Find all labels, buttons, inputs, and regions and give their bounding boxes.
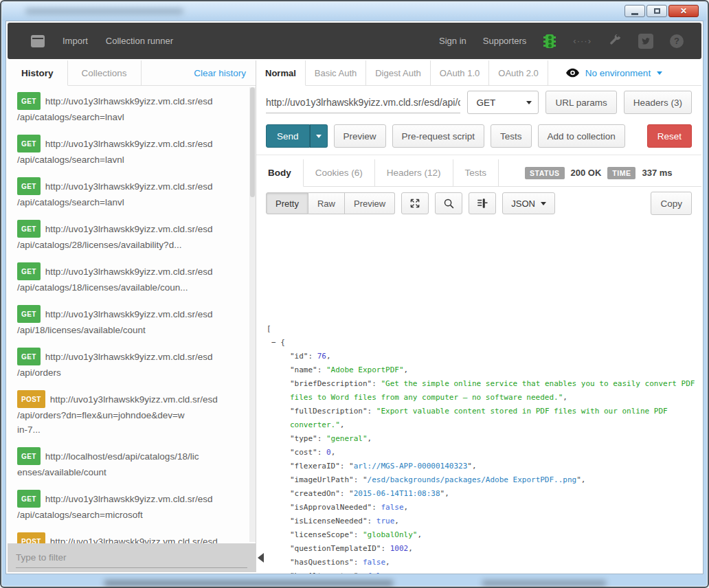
sidebar-scrollbar-thumb[interactable] (250, 87, 255, 197)
view-preview-button[interactable]: Preview (345, 192, 395, 214)
request-tabs: Normal Basic Auth Digest Auth OAuth 1.0 … (256, 60, 701, 86)
code-line: "fullDescription": "Export valuable cont… (267, 405, 701, 418)
format-value: JSON (511, 199, 535, 209)
format-select[interactable]: JSON (502, 192, 555, 214)
response-tabs: Body Cookies (6) Headers (12) Tests STAT… (256, 159, 701, 187)
method-badge: GET (17, 262, 41, 280)
app-window: ✕ Import Collection runner Sign in Suppo… (0, 0, 709, 588)
code-line: "id": 76, (267, 350, 701, 363)
history-url: http://uvo1y3lrhawskk9yizz.vm.cld.sr/esd (45, 494, 213, 504)
supporters-button[interactable]: Supporters (483, 36, 527, 46)
reset-button[interactable]: Reset (647, 124, 692, 148)
history-item[interactable]: GEThttp://uvo1y3lrhawskk9yizz.vm.cld.sr/… (8, 214, 249, 256)
code-line: "isLicenseNeeded": true, (267, 514, 701, 528)
code-line: − { (267, 336, 701, 350)
minimize-button[interactable] (624, 5, 645, 17)
sidebar-toggle-icon[interactable] (31, 35, 45, 47)
send-options-button[interactable] (310, 124, 328, 148)
maximize-icon (654, 8, 660, 14)
tab-basic-auth[interactable]: Basic Auth (306, 60, 366, 85)
url-input[interactable] (266, 91, 460, 113)
history-list: GEThttp://uvo1y3lrhawskk9yizz.vm.cld.sr/… (8, 86, 249, 543)
twitter-icon[interactable] (638, 34, 653, 49)
time-value: 337 ms (642, 168, 672, 178)
tab-collections[interactable]: Collections (68, 60, 142, 85)
history-item[interactable]: GEThttp://uvo1y3lrhawskk9yizz.vm.cld.sr/… (8, 299, 249, 341)
method-badge: GET (17, 92, 41, 110)
history-item[interactable]: GEThttp://uvo1y3lrhawskk9yizz.vm.cld.sr/… (8, 484, 249, 526)
history-item[interactable]: POSThttp://uvo1y3lrhawskk9yizz.vm.cld.sr… (8, 526, 249, 543)
sign-in-button[interactable]: Sign in (439, 36, 466, 46)
response-meta: STATUS 200 OK TIME 337 ms (525, 159, 672, 186)
preview-button[interactable]: Preview (334, 124, 386, 148)
tab-headers[interactable]: Headers (12) (375, 159, 453, 186)
code-brackets-icon[interactable]: ‹···› (573, 36, 592, 46)
history-url: /api/catalogs/18/licenses/available/coun… (17, 280, 246, 295)
import-button[interactable]: Import (63, 36, 88, 46)
request-panel: Normal Basic Auth Digest Auth OAuth 1.0 … (256, 60, 701, 572)
tab-cookies[interactable]: Cookies (6) (304, 159, 375, 186)
tab-oauth-2[interactable]: OAuth 2.0 (489, 60, 548, 85)
code-line: "imageUrlPath": "/esd/backgrounds/packag… (267, 473, 701, 487)
format-button[interactable] (469, 192, 496, 214)
expand-icon (409, 197, 421, 210)
history-item[interactable]: GEThttp://uvo1y3lrhawskk9yizz.vm.cld.sr/… (8, 128, 249, 171)
window-title-blurred (25, 8, 183, 14)
sidebar-collapse-icon[interactable] (258, 553, 264, 563)
traffic-light-icon[interactable] (545, 34, 554, 48)
environment-selector[interactable]: No environment (566, 60, 662, 85)
filter-input[interactable] (16, 547, 247, 568)
history-item[interactable]: GEThttp://localhost/esd/api/catalogs/18/… (8, 441, 249, 484)
code-line: "questionTemplateID": 1002, (267, 542, 701, 556)
maximize-button[interactable] (646, 5, 667, 17)
method-badge: GET (17, 447, 41, 465)
history-item[interactable]: GEThttp://uvo1y3lrhawskk9yizz.vm.cld.sr/… (8, 256, 249, 299)
history-url: http://uvo1y3lrhawskk9yizz.vm.cld.sr/esd (50, 536, 218, 544)
history-item[interactable]: GEThttp://uvo1y3lrhawskk9yizz.vm.cld.sr/… (8, 171, 249, 214)
url-row: GET URL params Headers (3) (256, 86, 701, 119)
time-badge: TIME (607, 167, 635, 179)
view-pretty-button[interactable]: Pretty (266, 192, 308, 214)
tab-history[interactable]: History (8, 60, 68, 86)
method-value: GET (476, 98, 495, 108)
eye-icon (566, 68, 579, 78)
help-icon[interactable]: ? (670, 34, 684, 48)
search-icon (443, 198, 455, 210)
tab-digest-auth[interactable]: Digest Auth (366, 60, 431, 85)
status-badge: STATUS (525, 167, 564, 179)
method-select[interactable]: GET (467, 91, 539, 114)
send-button[interactable]: Send (266, 124, 310, 148)
copy-button[interactable]: Copy (651, 192, 692, 215)
code-line: "hasQuestions": false, (267, 556, 701, 569)
history-item[interactable]: GEThttp://uvo1y3lrhawskk9yizz.vm.cld.sr/… (8, 341, 249, 384)
response-body[interactable]: [− {"id": 76,"name": "Adobe ExportPDF","… (256, 314, 701, 574)
tab-oauth-1[interactable]: OAuth 1.0 (431, 60, 490, 85)
clear-history-link[interactable]: Clear history (194, 60, 256, 85)
method-badge: POST (17, 532, 45, 543)
add-to-collection-button[interactable]: Add to collection (538, 124, 625, 148)
collection-runner-button[interactable]: Collection runner (106, 36, 173, 46)
url-params-button[interactable]: URL params (545, 91, 616, 114)
wrench-icon[interactable] (608, 33, 622, 49)
headers-button[interactable]: Headers (3) (624, 91, 692, 114)
history-url: http://localhost/esd/api/catalogs/18/lic (45, 451, 199, 462)
window-titlebar[interactable]: ✕ (2, 2, 707, 21)
close-icon: ✕ (680, 6, 687, 16)
view-raw-button[interactable]: Raw (308, 192, 345, 214)
history-url: http://uvo1y3lrhawskk9yizz.vm.cld.sr/esd (50, 394, 218, 405)
history-item[interactable]: GEThttp://uvo1y3lrhawskk9yizz.vm.cld.sr/… (8, 86, 249, 128)
tab-body[interactable]: Body (256, 159, 304, 187)
method-badge: POST (17, 390, 45, 408)
sidebar-scrollbar[interactable] (249, 87, 256, 542)
pre-request-script-button[interactable]: Pre-request script (392, 124, 485, 148)
search-button[interactable] (435, 192, 462, 214)
history-item[interactable]: POSThttp://uvo1y3lrhawskk9yizz.vm.cld.sr… (8, 384, 249, 441)
close-button[interactable]: ✕ (668, 5, 699, 17)
history-url: /api/catalogs/search=lavnl (17, 152, 246, 167)
tab-normal[interactable]: Normal (256, 60, 306, 86)
expand-button[interactable] (401, 192, 429, 214)
tab-tests[interactable]: Tests (453, 159, 499, 186)
tests-button[interactable]: Tests (491, 124, 532, 148)
history-url: /api/18/licenses/available/count (17, 323, 246, 337)
history-url: /api/catalogs/28/licenses/availability?d… (17, 238, 246, 252)
